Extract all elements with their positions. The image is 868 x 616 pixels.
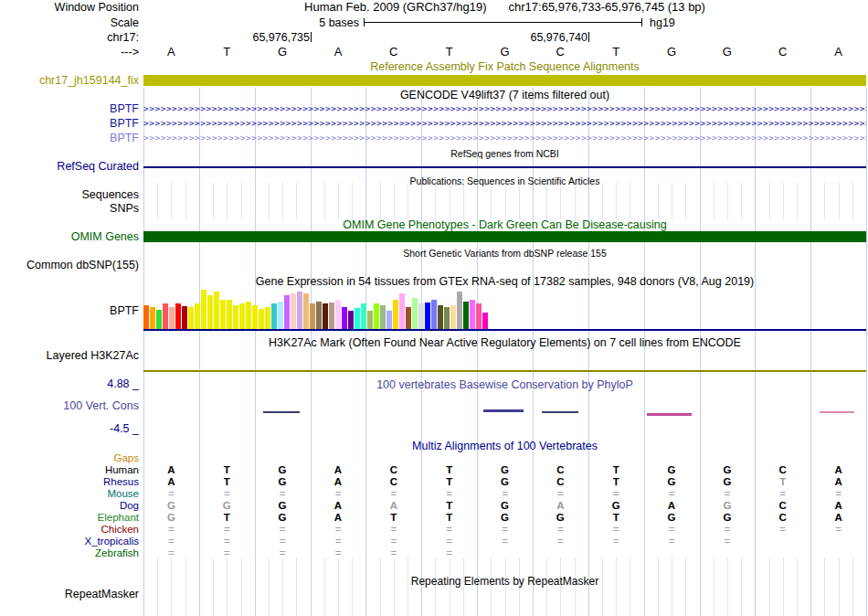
base-letter: T — [446, 46, 453, 58]
gtex-bar[interactable] — [233, 305, 238, 330]
gtex-bar[interactable] — [406, 307, 411, 330]
gtex-bar[interactable] — [380, 305, 386, 330]
gtex-bar[interactable] — [399, 293, 405, 330]
gtex-bar[interactable] — [367, 311, 373, 330]
species-label-rhesus[interactable]: Rhesus — [103, 476, 139, 488]
phylop-mark — [483, 409, 524, 412]
gtex-bar[interactable] — [220, 300, 226, 330]
gtex-bar[interactable] — [438, 305, 443, 330]
gtex-bar[interactable] — [412, 298, 418, 330]
base-letter: G — [723, 46, 732, 58]
gtex-bar[interactable] — [163, 303, 168, 330]
guideline — [630, 183, 630, 219]
gtex-bar[interactable] — [482, 313, 488, 330]
track-label-snps[interactable]: SNPs — [110, 202, 139, 215]
bptf-transcript-1[interactable]: >>>>>>>>>>>>>>>>>>>>>>>>>>>>>>>>>>>>>>>>… — [143, 103, 866, 113]
gtex-bar[interactable] — [463, 302, 469, 330]
bptf-transcript-2[interactable]: >>>>>>>>>>>>>>>>>>>>>>>>>>>>>>>>>>>>>>>>… — [143, 118, 866, 128]
alignment-cell: = — [779, 524, 786, 536]
gtex-bar[interactable] — [150, 307, 155, 330]
publications-track-title: Publications: Sequences in Scientific Ar… — [143, 175, 866, 186]
track-label-refseq-curated[interactable]: RefSeq Curated — [57, 160, 139, 173]
gtex-bar[interactable] — [246, 302, 251, 330]
track-label-gtex[interactable]: BPTF — [110, 304, 139, 317]
bptf-transcript-3[interactable]: >>>>>>>>>>>>>>>>>>>>>>>>>>>>>>>>>>>>>>>>… — [143, 133, 866, 143]
gtex-bar[interactable] — [316, 302, 322, 330]
gtex-bar[interactable] — [310, 303, 315, 330]
refseq-curated-item[interactable] — [143, 166, 866, 168]
track-label-phylop[interactable]: 100 Vert. Cons — [63, 399, 139, 412]
gtex-bar[interactable] — [425, 303, 430, 330]
gtex-bar[interactable] — [457, 292, 462, 330]
gtex-bar[interactable] — [252, 305, 258, 330]
gtex-bar[interactable] — [265, 307, 270, 330]
gtex-bar[interactable] — [156, 310, 162, 330]
track-label-dbsnp[interactable]: Common dbSNP(155) — [26, 259, 139, 271]
track-label-fix-patch[interactable]: chr17_jh159144_fix — [39, 74, 139, 87]
track-label-omim[interactable]: OMIM Genes — [71, 230, 139, 243]
alignment-cell: = — [335, 547, 342, 559]
track-label-bptf-1[interactable]: BPTF — [110, 102, 139, 115]
gtex-bar[interactable] — [476, 303, 482, 330]
gtex-bar[interactable] — [271, 303, 277, 330]
gtex-bar[interactable] — [355, 308, 360, 330]
gtex-bar[interactable] — [323, 303, 328, 330]
gtex-bar[interactable] — [297, 292, 302, 330]
gtex-bar[interactable] — [278, 302, 283, 330]
gtex-bar[interactable] — [182, 306, 187, 330]
gtex-bar[interactable] — [450, 305, 456, 330]
track-label-bptf-2[interactable]: BPTF — [110, 117, 139, 130]
gtex-bar[interactable] — [195, 303, 200, 330]
track-label-bptf-3[interactable]: BPTF — [110, 132, 139, 144]
gtex-bar[interactable] — [201, 290, 206, 330]
omim-gene-item[interactable] — [143, 231, 866, 242]
alignment-cell: A — [334, 476, 342, 488]
alignment-cell: = — [390, 488, 397, 500]
guideline — [546, 183, 547, 219]
gtex-bar[interactable] — [227, 300, 232, 330]
h3k27ac-signal[interactable] — [143, 370, 866, 372]
gtex-bar[interactable] — [374, 303, 379, 330]
gtex-bar[interactable] — [169, 307, 175, 330]
gtex-bar[interactable] — [431, 300, 437, 330]
species-label-x-tropicalis[interactable]: X_tropicalis — [85, 536, 139, 547]
gtex-bar[interactable] — [303, 293, 309, 330]
track-label-repeatmasker[interactable]: RepeatMasker — [65, 588, 139, 600]
gtex-bar[interactable] — [386, 311, 392, 330]
species-label-elephant[interactable]: Elephant — [98, 512, 139, 524]
gtex-bar[interactable] — [284, 295, 290, 330]
gtex-bar[interactable] — [214, 292, 219, 330]
gtex-bar[interactable] — [342, 307, 347, 330]
base-letter: A — [334, 46, 343, 58]
gtex-bar[interactable] — [175, 303, 181, 330]
alignment-cell: T — [779, 476, 786, 488]
guideline — [560, 183, 561, 219]
species-label-mouse[interactable]: Mouse — [107, 488, 139, 500]
species-label-zebrafish[interactable]: Zebrafish — [95, 547, 139, 559]
gtex-bar[interactable] — [188, 307, 194, 330]
species-label-chicken[interactable]: Chicken — [101, 524, 139, 536]
gtex-bar[interactable] — [207, 295, 213, 330]
gtex-bar[interactable] — [361, 303, 366, 330]
gtex-bar[interactable] — [418, 303, 424, 330]
gtex-bar[interactable] — [143, 305, 149, 330]
alignment-cell: G — [668, 512, 676, 524]
species-label-human[interactable]: Human — [105, 464, 139, 476]
alignment-cell: G — [668, 476, 676, 488]
track-label-sequences[interactable]: Sequences — [81, 188, 139, 201]
gtex-bar-chart[interactable] — [143, 290, 866, 330]
gtex-bar[interactable] — [348, 311, 354, 330]
species-label-dog[interactable]: Dog — [120, 500, 139, 512]
track-label-h3k27ac[interactable]: Layered H3K27Ac — [47, 349, 139, 362]
gtex-bar[interactable] — [444, 307, 450, 330]
gtex-bar[interactable] — [259, 309, 264, 330]
alignment-cell: = — [335, 536, 342, 547]
gtex-bar[interactable] — [329, 303, 334, 330]
gtex-bar[interactable] — [335, 300, 341, 330]
gtex-bar[interactable] — [239, 303, 245, 330]
gtex-bar[interactable] — [291, 293, 296, 330]
alignment-cell: = — [280, 536, 286, 547]
gtex-bar[interactable] — [470, 300, 475, 330]
fix-patch-item[interactable] — [143, 75, 866, 86]
gtex-bar[interactable] — [393, 300, 398, 330]
